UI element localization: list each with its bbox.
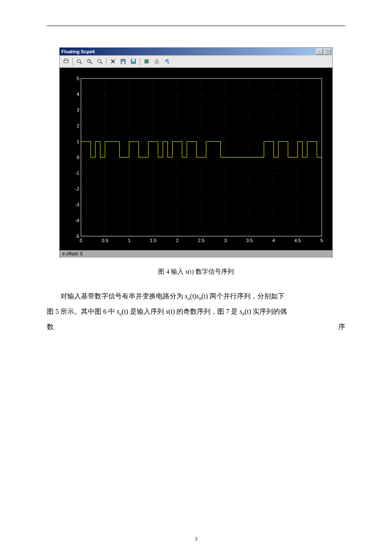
svg-text:-3: -3 (75, 202, 79, 207)
titlebar: Floating Scpe4 _ □ (60, 48, 332, 55)
svg-rect-10 (122, 62, 124, 64)
float-icon[interactable] (142, 57, 151, 66)
signal-select-icon[interactable] (162, 57, 172, 66)
scope-footer: e offset: 5 (60, 250, 332, 257)
svg-text:0.5: 0.5 (102, 238, 108, 243)
math-sb: sb(t) (239, 308, 251, 315)
body-text: 是输入序列 (130, 308, 164, 315)
svg-point-2 (77, 59, 81, 63)
svg-text:2.5: 2.5 (198, 238, 205, 243)
svg-text:0: 0 (77, 155, 79, 160)
toolbar-sep (72, 58, 73, 65)
math-sb: sb(t) (196, 292, 208, 300)
math-s: s(t) (166, 308, 175, 315)
maximize-button[interactable]: □ (324, 49, 331, 55)
svg-text:3.5: 3.5 (246, 238, 253, 243)
svg-line-5 (90, 62, 92, 64)
zoom-x-icon[interactable] (85, 57, 94, 66)
math-sa: sa(t) (185, 292, 196, 300)
svg-text:0: 0 (80, 238, 82, 243)
window-title: Floating Scpe4 (61, 49, 315, 54)
svg-point-7 (98, 59, 101, 63)
svg-rect-13 (145, 60, 148, 63)
svg-rect-14 (155, 61, 159, 64)
figure-caption: 图 4 输入 s(t) 数字信号序列 (47, 268, 345, 276)
lock-icon[interactable] (152, 57, 161, 66)
body-text: 图 5 所示。其中图 6 中 (47, 308, 115, 315)
svg-text:3: 3 (77, 107, 79, 113)
paragraph: 对输入基带数字信号有串并变换电路分为 sa(t)sb(t) 两个并行序列，分别如… (47, 289, 345, 304)
math-sa: sa(t) (117, 308, 128, 315)
save-config-icon[interactable] (118, 57, 128, 66)
svg-text:2: 2 (77, 123, 79, 128)
body-text: 对输入基带数字信号有串并变换电路分为 (61, 292, 183, 300)
svg-text:-5: -5 (75, 234, 79, 239)
restore-config-icon[interactable] (129, 57, 138, 66)
svg-text:5: 5 (77, 76, 79, 81)
svg-text:4: 4 (77, 92, 79, 97)
print-icon[interactable] (61, 57, 71, 66)
toolbar-sep (140, 58, 140, 65)
page-number: 3 (0, 535, 392, 542)
svg-line-3 (80, 62, 82, 64)
svg-text:1: 1 (128, 238, 130, 243)
plot-area: -5-4-3-2-1012345 00.511.522.533.544.55 (60, 68, 332, 250)
body-text: 的奇数序列，图 7 是 (176, 308, 238, 315)
toolbar (60, 55, 332, 68)
scope-window: Floating Scpe4 _ □ (59, 47, 333, 257)
top-rule (47, 26, 345, 26)
svg-text:2: 2 (176, 238, 179, 243)
minimize-button[interactable]: _ (316, 49, 323, 55)
svg-text:4: 4 (272, 238, 275, 243)
autoscale-icon[interactable] (108, 57, 118, 66)
svg-point-4 (87, 59, 91, 63)
paragraph: 数 序 (47, 319, 345, 334)
svg-rect-1 (65, 59, 67, 61)
svg-text:-1: -1 (75, 171, 79, 176)
paragraph: 图 5 所示。其中图 6 中 sa(t) 是输入序列 s(t) 的奇数序列，图 … (47, 304, 345, 319)
body-text: 数 (47, 319, 54, 334)
body-text: 序 (338, 319, 345, 334)
svg-text:5: 5 (320, 238, 323, 243)
caption-text: 图 4 输入 (158, 268, 184, 275)
body-text: 实序列的偶 (253, 308, 287, 315)
plot: -5-4-3-2-1012345 00.511.522.533.544.55 (68, 76, 324, 247)
svg-text:-4: -4 (75, 218, 79, 223)
svg-rect-12 (132, 59, 135, 61)
zoom-y-icon[interactable] (95, 57, 104, 66)
svg-text:4.5: 4.5 (294, 238, 301, 243)
toolbar-sep (106, 58, 107, 65)
svg-text:1: 1 (77, 139, 79, 144)
caption-text: 数字信号序列 (196, 268, 234, 275)
svg-line-8 (101, 62, 102, 64)
svg-text:-2: -2 (75, 186, 79, 191)
body-text: 两个并行序列，分别如下 (210, 292, 285, 300)
caption-math: s(t) (185, 268, 194, 275)
zoom-in-icon[interactable] (75, 57, 84, 66)
svg-text:3: 3 (224, 238, 227, 243)
svg-text:1.5: 1.5 (150, 238, 156, 243)
